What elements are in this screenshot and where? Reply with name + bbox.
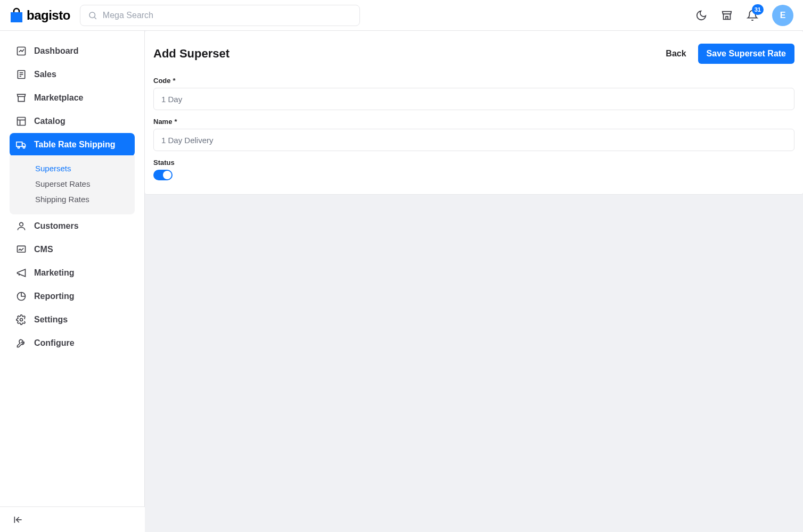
sidebar-item-label: Settings [34,315,68,325]
brand-name: bagisto [27,8,70,23]
sidebar-item-cms[interactable]: CMS [10,238,135,261]
dark-mode-icon[interactable] [695,10,707,21]
sidebar-item-label: Table Rate Shipping [34,140,116,149]
avatar-initial: E [780,11,786,20]
svg-line-2 [94,17,96,19]
form-card: Add Superset Back Save Superset Rate Cod… [145,31,803,194]
subnav-supersets[interactable]: Supersets [10,161,135,176]
store-icon[interactable] [721,10,733,21]
sidebar-item-configure[interactable]: Configure [10,331,135,355]
toggle-knob [163,171,171,179]
svg-rect-15 [18,246,26,252]
status-toggle[interactable] [153,170,173,180]
bag-icon [10,7,23,23]
name-input[interactable] [153,129,794,151]
subnav-shipping-rates[interactable]: Shipping Rates [10,192,135,207]
status-label: Status [153,159,175,167]
shipping-icon [16,139,27,150]
back-link[interactable]: Back [666,49,686,59]
field-code: Code * [153,77,794,110]
sidebar-item-label: Dashboard [34,46,79,56]
sidebar-item-label: Marketing [34,268,75,278]
svg-point-12 [18,146,19,148]
sidebar-subnav: Supersets Superset Rates Shipping Rates [10,155,135,214]
topbar: bagisto 31 E [0,0,803,31]
collapse-icon [13,514,23,525]
settings-icon [16,314,27,325]
sidebar-item-label: Customers [34,221,79,231]
search-icon [88,11,97,20]
avatar[interactable]: E [772,5,793,26]
code-input[interactable] [153,88,794,110]
sidebar-item-marketplace[interactable]: Marketplace [10,86,135,110]
field-name: Name * [153,118,794,151]
page-title: Add Superset [153,47,230,61]
svg-point-17 [20,319,23,321]
sidebar-item-customers[interactable]: Customers [10,214,135,238]
notification-badge: 31 [752,4,764,15]
save-button[interactable]: Save Superset Rate [698,44,794,64]
marketing-icon [16,268,27,278]
code-label: Code [153,77,171,85]
sidebar-item-label: Catalog [34,117,65,126]
sidebar: Dashboard Sales Marketplace Catalog Tabl… [0,31,145,532]
sidebar-item-dashboard[interactable]: Dashboard [10,39,135,63]
customers-icon [16,221,27,231]
main-content: Add Superset Back Save Superset Rate Cod… [145,31,803,532]
search-input[interactable] [103,11,352,20]
reporting-icon [16,291,27,302]
bell-icon[interactable]: 31 [747,10,758,21]
subnav-superset-rates[interactable]: Superset Rates [10,176,135,192]
required-mark: * [173,77,176,85]
topbar-actions: 31 E [695,5,793,26]
field-status: Status [153,159,794,180]
svg-rect-0 [11,12,22,22]
marketplace-icon [16,93,27,103]
svg-rect-11 [17,142,22,146]
sidebar-item-label: Reporting [34,292,75,301]
sidebar-item-label: Marketplace [34,93,84,103]
sidebar-item-label: CMS [34,245,53,254]
mega-search[interactable] [80,5,360,26]
svg-point-14 [20,222,23,226]
dashboard-icon [16,46,27,56]
sidebar-item-settings[interactable]: Settings [10,308,135,331]
sidebar-item-label: Configure [34,338,75,348]
sidebar-item-reporting[interactable]: Reporting [10,285,135,308]
configure-icon [16,338,27,348]
sidebar-item-table-rate-shipping[interactable]: Table Rate Shipping [10,133,135,156]
required-mark: * [174,118,177,126]
cms-icon [16,244,27,255]
sidebar-item-marketing[interactable]: Marketing [10,261,135,285]
sidebar-item-sales[interactable]: Sales [10,63,135,86]
sidebar-item-label: Sales [34,70,56,79]
catalog-icon [16,116,27,127]
brand-logo[interactable]: bagisto [10,7,70,23]
sidebar-item-catalog[interactable]: Catalog [10,110,135,133]
svg-point-1 [89,12,95,18]
svg-point-13 [23,146,24,148]
name-label: Name [153,118,172,126]
sidebar-collapse-button[interactable] [0,506,145,532]
sales-icon [16,69,27,80]
svg-rect-8 [18,118,26,126]
